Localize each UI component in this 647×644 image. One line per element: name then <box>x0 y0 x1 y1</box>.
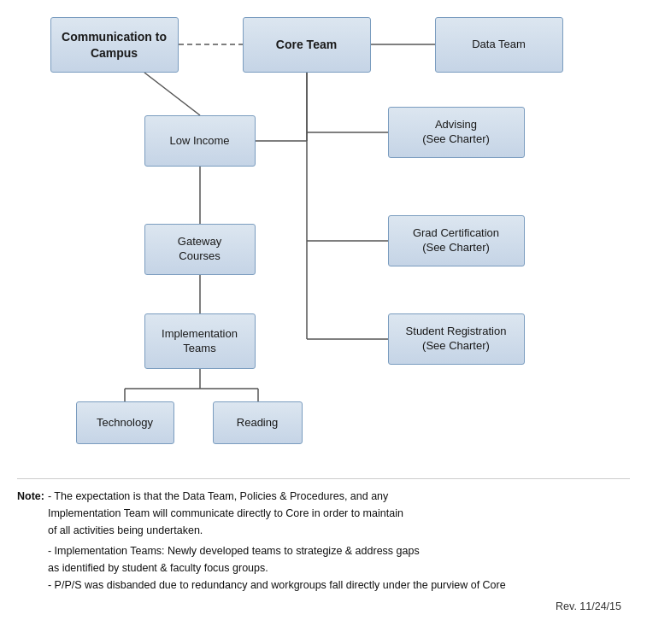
advising-node: Advising (See Charter) <box>388 107 525 158</box>
diagram-area: Communication to Campus Core Team Data T… <box>16 9 632 470</box>
notes-area: Note: - The expectation is that the Data… <box>17 478 630 594</box>
note-line-1: - The expectation is that the Data Team,… <box>48 488 506 505</box>
notes-title: Note: <box>17 488 44 594</box>
note-line-4: - Implementation Teams: Newly developed … <box>48 542 506 559</box>
notes-content: - The expectation is that the Data Team,… <box>48 488 506 594</box>
impl-teams-node: Implementation Teams <box>144 313 256 369</box>
note-line-2: Implementation Team will communicate dir… <box>48 505 506 522</box>
technology-node: Technology <box>76 401 174 444</box>
note-line-3: of all activities being undertaken. <box>48 522 506 539</box>
communication-node: Communication to Campus <box>50 17 179 73</box>
grad-cert-node: Grad Certification (See Charter) <box>388 215 525 266</box>
core-team-node: Core Team <box>243 17 371 73</box>
revision-line: Rev. 11/24/15 <box>9 600 638 612</box>
gateway-node: Gateway Courses <box>144 224 256 275</box>
connections-svg <box>16 9 632 470</box>
note-line-6: - P/P/S was disbanded due to redundancy … <box>48 577 506 594</box>
student-reg-node: Student Registration (See Charter) <box>388 313 525 365</box>
reading-node: Reading <box>213 401 303 444</box>
svg-line-14 <box>144 73 200 115</box>
note-line-5: as identified by student & faculty focus… <box>48 559 506 577</box>
low-income-node: Low Income <box>144 115 256 167</box>
data-team-node: Data Team <box>435 17 563 73</box>
